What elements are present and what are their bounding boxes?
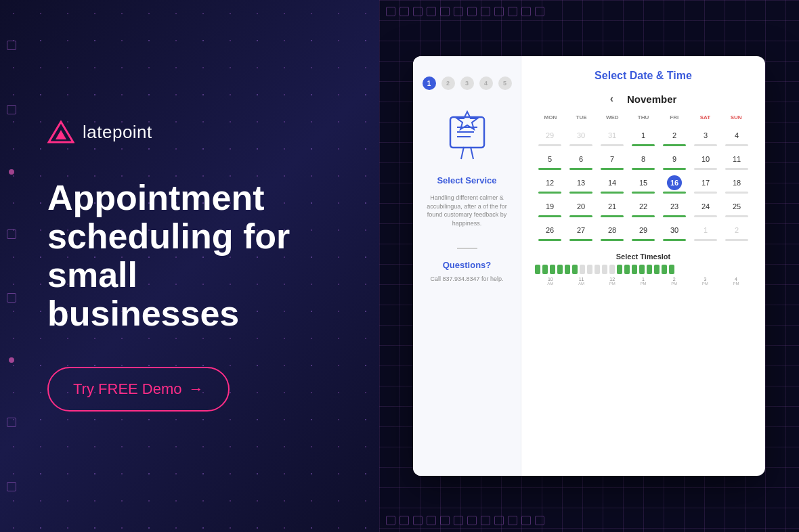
logo: latepoint [47, 120, 339, 145]
cal-day-bar [632, 144, 655, 146]
ts-bar[interactable] [624, 265, 630, 274]
cal-day-15[interactable]: 15 [628, 173, 658, 196]
cal-day-14[interactable]: 14 [597, 173, 627, 196]
ts-bar[interactable] [617, 265, 622, 274]
day-fri: FRI [659, 113, 690, 122]
r-sq [481, 7, 490, 16]
day-wed: WED [597, 113, 628, 122]
cal-day-26[interactable]: 26 [535, 221, 565, 243]
questions-sub: Call 837.934.8347 for help. [430, 275, 503, 282]
r-sq [413, 7, 423, 16]
cal-day-bar [694, 215, 717, 217]
ts-bar[interactable] [572, 265, 578, 274]
cal-day-28[interactable]: 28 [597, 221, 627, 243]
cal-day-bar [569, 168, 592, 170]
cal-day-bar [569, 144, 592, 146]
cal-day-bar [663, 215, 686, 217]
step-2[interactable]: 2 [441, 76, 455, 90]
cal-day-29[interactable]: 29 [628, 221, 658, 243]
logo-icon [47, 120, 74, 145]
ts-bar[interactable] [587, 265, 592, 274]
cal-day-30[interactable]: 30 [566, 126, 596, 148]
cal-day-bar [725, 239, 748, 241]
cal-day-23[interactable]: 23 [660, 197, 689, 219]
ts-bar[interactable] [639, 265, 645, 274]
cal-day-1[interactable]: 1 [691, 221, 720, 243]
cal-day-bar [538, 192, 561, 194]
cal-day-29[interactable]: 29 [535, 126, 565, 148]
cal-day-11[interactable]: 11 [722, 150, 752, 172]
cal-day-21[interactable]: 21 [597, 197, 627, 219]
cta-button[interactable]: Try FREE Demo → [47, 367, 230, 412]
timeslot-bars [535, 265, 752, 274]
cal-day-6[interactable]: 6 [566, 150, 596, 172]
cal-day-31[interactable]: 31 [597, 126, 627, 148]
headline: Appointment scheduling for small busines… [47, 179, 339, 334]
cal-day-19[interactable]: 19 [535, 197, 565, 219]
step-indicators: 1 2 3 4 5 [423, 76, 512, 90]
ts-bar[interactable] [542, 265, 548, 274]
cal-day-27[interactable]: 27 [566, 221, 596, 243]
step-1[interactable]: 1 [423, 76, 436, 90]
cal-day-10[interactable]: 10 [691, 150, 720, 172]
deco-square-6 [7, 482, 16, 491]
cal-day-2[interactable]: 2 [722, 221, 752, 243]
cal-day-2[interactable]: 2 [660, 126, 689, 148]
calendar-header: MON TUE WED THU FRI SAT SUN [535, 113, 752, 122]
r-sq [427, 7, 436, 16]
ts-bar[interactable] [580, 265, 585, 274]
ts-bar[interactable] [595, 265, 600, 274]
cal-day-1[interactable]: 1 [628, 126, 658, 148]
cal-day-16[interactable]: 16 [660, 173, 689, 196]
cal-day-4[interactable]: 4 [722, 126, 752, 148]
cal-day-5[interactable]: 5 [535, 150, 565, 172]
cal-day-bar [538, 239, 561, 241]
cal-day-24[interactable]: 24 [691, 197, 720, 219]
step-3[interactable]: 3 [460, 76, 474, 90]
right-deco-top [379, 0, 799, 23]
r-sq [481, 516, 490, 525]
month-nav: ‹ November [535, 93, 752, 105]
ts-bar[interactable] [535, 265, 540, 274]
ts-bar[interactable] [602, 265, 607, 274]
ts-bar[interactable] [669, 265, 674, 274]
step-5[interactable]: 5 [498, 76, 512, 90]
cal-day-bar [663, 192, 686, 194]
ts-bar[interactable] [654, 265, 660, 274]
ts-bar[interactable] [609, 265, 615, 274]
cal-day-13[interactable]: 13 [566, 173, 596, 196]
booking-widget: 1 2 3 4 5 [413, 56, 765, 476]
ts-bar[interactable] [632, 265, 637, 274]
r-sq [494, 516, 504, 525]
cal-day-20[interactable]: 20 [566, 197, 596, 219]
ts-bar[interactable] [550, 265, 555, 274]
ts-bar[interactable] [565, 265, 570, 274]
cal-day-3[interactable]: 3 [691, 126, 720, 148]
cal-day-bar [694, 144, 717, 146]
cal-day-bar [632, 215, 655, 217]
cal-day-9[interactable]: 9 [660, 150, 689, 172]
day-sun: SUN [720, 113, 752, 122]
ts-time-1: 1PM [640, 277, 646, 286]
r-sq [494, 7, 504, 16]
ts-bar[interactable] [557, 265, 563, 274]
cal-day-8[interactable]: 8 [628, 150, 658, 172]
r-sq [454, 516, 463, 525]
cal-day-25[interactable]: 25 [722, 197, 752, 219]
cal-day-12[interactable]: 12 [535, 173, 565, 196]
cal-day-30[interactable]: 30 [660, 221, 689, 243]
step-4[interactable]: 4 [479, 76, 493, 90]
prev-month-button[interactable]: ‹ [610, 93, 613, 105]
cal-day-17[interactable]: 17 [691, 173, 720, 196]
cal-day-bar [725, 168, 748, 170]
left-panel: latepoint Appointment scheduling for sma… [0, 0, 379, 532]
timeslot-section: Select Timeslot [535, 252, 752, 286]
ts-bar[interactable] [647, 265, 652, 274]
cal-day-18[interactable]: 18 [722, 173, 752, 196]
ts-bar[interactable] [662, 265, 667, 274]
cal-day-bar [538, 144, 561, 146]
cal-day-22[interactable]: 22 [628, 197, 658, 219]
cal-day-bar [538, 215, 561, 217]
r-sq [400, 7, 409, 16]
cal-day-7[interactable]: 7 [597, 150, 627, 172]
